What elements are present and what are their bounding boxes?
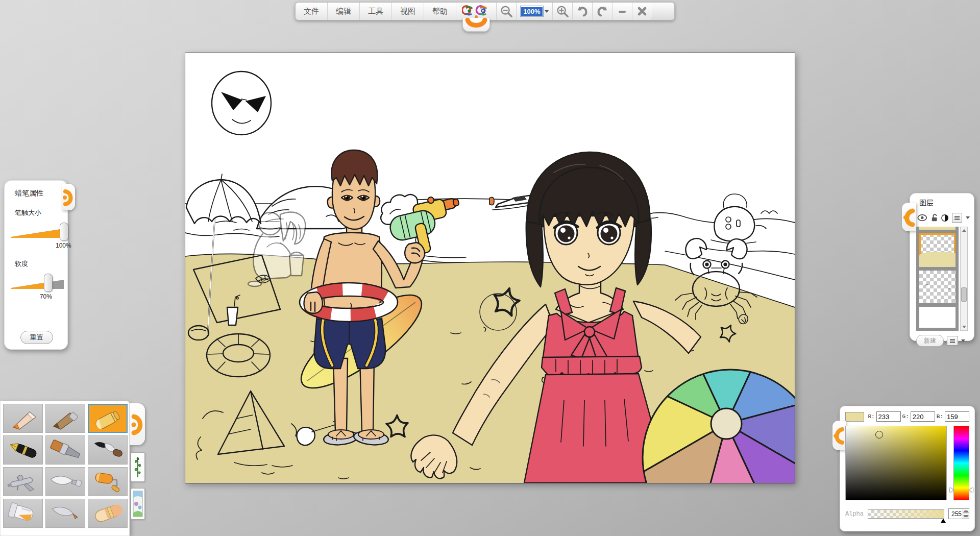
tool-palette-knife[interactable]	[45, 467, 85, 496]
flat-brush-icon	[48, 438, 82, 462]
slider-handle[interactable]	[44, 274, 53, 292]
alpha-handle[interactable]	[941, 519, 946, 523]
wood-pencil-icon	[48, 407, 82, 430]
slider-track[interactable]	[11, 229, 64, 238]
new-layer-button[interactable]: 新建	[916, 335, 944, 347]
tool-flat-brush[interactable]	[45, 435, 85, 465]
tool-palette-panel	[0, 401, 130, 536]
zoom-in-button[interactable]	[552, 3, 572, 20]
g-label: G:	[902, 413, 909, 420]
scroll-up-button[interactable]	[961, 227, 967, 234]
close-icon	[636, 5, 648, 17]
drawing-canvas[interactable]	[185, 53, 795, 483]
panel-title: 蜡笔属性	[15, 189, 62, 198]
undo-icon	[576, 5, 589, 18]
redo-button[interactable]	[592, 3, 612, 20]
undo-button[interactable]	[572, 3, 592, 20]
airbrush-icon	[6, 470, 40, 494]
tool-blade-knife[interactable]	[45, 499, 85, 528]
softness-slider[interactable]: 70%	[11, 274, 64, 293]
palette-collapse-tab[interactable]	[130, 403, 145, 445]
r-input[interactable]	[876, 411, 901, 422]
zoom-out-icon	[500, 5, 513, 18]
reset-button[interactable]: 重置	[20, 331, 53, 344]
saturation-value-field[interactable]	[845, 426, 947, 500]
mascot-tab-icon	[130, 403, 145, 445]
scrollbar-thumb[interactable]	[961, 287, 967, 302]
zoom-level-field[interactable]: 100%	[516, 3, 552, 20]
menu-view[interactable]: 视图	[391, 3, 424, 20]
plant-stamp-icon	[133, 455, 143, 479]
brush-size-slider[interactable]: 100%	[11, 223, 64, 242]
layers-footer-caret-icon[interactable]	[961, 339, 965, 342]
crayon-properties-panel: 蜡笔属性 笔触大小 100% 软度 70% 重置	[4, 180, 68, 350]
layer-menu-button[interactable]	[952, 213, 962, 223]
app-mascot-button[interactable]	[456, 3, 496, 20]
r-label: R:	[868, 413, 874, 420]
layers-collapse-tab[interactable]	[902, 203, 916, 231]
alpha-decrease-button[interactable]	[963, 514, 969, 519]
alpha-slider[interactable]	[868, 509, 944, 519]
layer-item-paint[interactable]	[919, 233, 955, 267]
tool-paint-roller[interactable]	[88, 467, 128, 496]
layer-paint-preview	[919, 252, 955, 267]
tool-colored-pencil[interactable]	[3, 404, 43, 433]
unlock-icon[interactable]	[931, 213, 938, 222]
scroll-down-button[interactable]	[961, 324, 967, 330]
alpha-spinner[interactable]: 255	[948, 508, 969, 519]
mascot-tab-icon	[832, 421, 846, 450]
fountain-pen-icon	[6, 438, 40, 462]
tool-airbrush[interactable]	[3, 467, 43, 496]
brush-size-value: 100%	[56, 242, 71, 249]
tool-grid	[3, 404, 127, 528]
main-toolbar: 文件 编辑 工具 视图 帮助	[295, 2, 675, 20]
opacity-contrast-icon[interactable]	[941, 214, 948, 222]
menu-help[interactable]: 帮助	[424, 3, 456, 20]
crayon-icon	[91, 407, 125, 430]
panel-collapse-tab[interactable]	[62, 184, 75, 210]
hue-handle-left[interactable]	[950, 488, 953, 493]
menu-tools[interactable]: 工具	[359, 3, 391, 20]
slider-track[interactable]	[11, 280, 64, 289]
tool-eraser[interactable]	[88, 499, 128, 528]
layer-item-sketch[interactable]	[919, 271, 955, 303]
alpha-increase-button[interactable]	[963, 509, 969, 514]
mascot-smile-tab	[462, 18, 490, 32]
slider-handle[interactable]	[60, 223, 68, 241]
plant-stamp-button[interactable]	[131, 452, 145, 482]
picture-stamp-button[interactable]	[131, 488, 145, 520]
softness-value: 70%	[40, 293, 52, 300]
tool-paint-jar[interactable]	[3, 499, 43, 528]
minimize-button[interactable]	[612, 3, 632, 20]
zoom-out-button[interactable]	[496, 3, 516, 20]
hue-handle-right[interactable]	[969, 488, 973, 493]
b-input[interactable]	[945, 411, 969, 422]
layer-menu-caret-icon[interactable]	[966, 216, 970, 219]
layers-footer-menu-button[interactable]	[947, 336, 958, 346]
tool-crayon-selected[interactable]	[88, 404, 128, 433]
ink-brush-icon	[91, 438, 125, 462]
layer-scrollbar[interactable]	[960, 227, 968, 331]
menu-file[interactable]: 文件	[296, 3, 327, 20]
layer-list	[916, 227, 959, 331]
tool-ink-brush[interactable]	[88, 435, 128, 465]
hue-slider[interactable]	[953, 426, 969, 500]
zoom-level-value[interactable]: 100%	[520, 6, 543, 17]
brush-size-label: 笔触大小	[15, 208, 62, 217]
close-button[interactable]	[632, 3, 652, 20]
layers-title: 图层	[919, 199, 970, 208]
colorpicker-collapse-tab[interactable]	[832, 421, 846, 450]
menu-lines-icon	[949, 338, 955, 344]
g-input[interactable]	[911, 411, 935, 422]
layer-item-background[interactable]	[919, 307, 955, 328]
tool-fountain-pen[interactable]	[3, 435, 43, 465]
tool-wood-pencil[interactable]	[45, 404, 85, 433]
visibility-eye-icon[interactable]	[917, 214, 927, 222]
zoom-dropdown-caret-icon[interactable]	[545, 10, 549, 13]
layers-toolbar	[917, 213, 970, 223]
color-picker-cursor[interactable]	[875, 431, 883, 438]
current-color-swatch	[845, 412, 864, 422]
zoom-in-icon	[556, 5, 569, 18]
color-picker-panel: R: G: B: Alpha 255	[840, 406, 975, 531]
menu-edit[interactable]: 编辑	[327, 3, 359, 20]
